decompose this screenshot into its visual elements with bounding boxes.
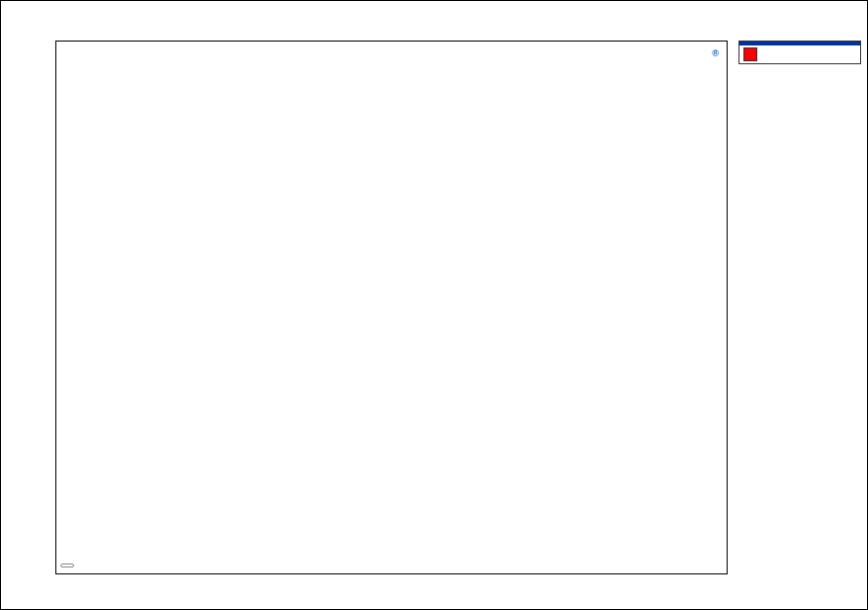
- plot-svg: [56, 42, 727, 573]
- legend: [738, 41, 861, 64]
- watermark: [60, 564, 74, 567]
- legend-swatch: [743, 47, 757, 61]
- ap-logo: ®: [712, 48, 719, 68]
- legend-row: [739, 45, 860, 63]
- plot-area: [55, 41, 728, 574]
- app-frame: ®: [0, 0, 868, 610]
